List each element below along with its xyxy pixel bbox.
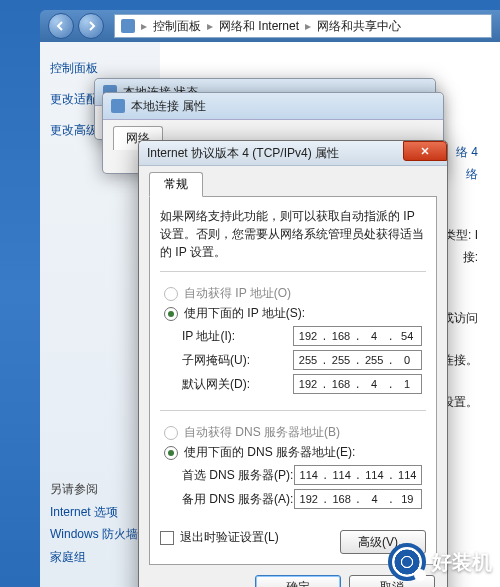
crumb-root[interactable]: 控制面板 <box>153 18 201 35</box>
sidebar-link-firewall[interactable]: Windows 防火墙 <box>50 527 138 541</box>
ip-address-input[interactable]: 192. 168. 4. 54 <box>293 326 422 346</box>
ok-button[interactable]: 确定 <box>255 575 341 587</box>
field-default-gateway: 默认网关(D): 192. 168. 4. 1 <box>182 374 422 394</box>
field-label: 默认网关(D): <box>182 376 285 393</box>
sidebar-link-internet-options[interactable]: Internet 选项 <box>50 505 118 519</box>
forward-button[interactable] <box>78 13 104 39</box>
close-button[interactable] <box>403 141 447 161</box>
field-label: 备用 DNS 服务器(A): <box>182 491 286 508</box>
radio-manual-ip[interactable]: 使用下面的 IP 地址(S): <box>164 305 422 322</box>
alternate-dns-input[interactable]: 192. 168. 4. 19 <box>294 489 422 509</box>
field-alternate-dns: 备用 DNS 服务器(A): 192. 168. 4. 19 <box>182 489 422 509</box>
radio-label: 自动获得 IP 地址(O) <box>184 285 291 302</box>
checkbox-label: 退出时验证设置(L) <box>180 529 279 546</box>
crumb-mid[interactable]: 网络和 Internet <box>219 18 299 35</box>
preferred-dns-input[interactable]: 114. 114. 114. 114 <box>294 465 422 485</box>
checkbox-icon <box>160 531 174 545</box>
field-preferred-dns: 首选 DNS 服务器(P): 114. 114. 114. 114 <box>182 465 422 485</box>
radio-icon <box>164 426 178 440</box>
crumb-leaf[interactable]: 网络和共享中心 <box>317 18 401 35</box>
tab-panel: 如果网络支持此功能，则可以获取自动指派的 IP 设置。否则，您需要从网络系统管理… <box>149 196 437 565</box>
default-gateway-input[interactable]: 192. 168. 4. 1 <box>293 374 422 394</box>
chevron-right-icon: ▸ <box>141 19 147 33</box>
radio-icon <box>164 307 178 321</box>
tab-general[interactable]: 常规 <box>149 172 203 197</box>
field-label: 首选 DNS 服务器(P): <box>182 467 286 484</box>
chevron-right-icon: ▸ <box>305 19 311 33</box>
radio-icon <box>164 446 178 460</box>
radio-label: 使用下面的 DNS 服务器地址(E): <box>184 444 355 461</box>
control-panel-icon <box>121 19 135 33</box>
chevron-right-icon: ▸ <box>207 19 213 33</box>
window-title: 本地连接 属性 <box>131 98 206 115</box>
nav-bar: ▸ 控制面板 ▸ 网络和 Internet ▸ 网络和共享中心 <box>40 10 500 42</box>
ipv4-properties-dialog: Internet 协议版本 4 (TCP/IPv4) 属性 常规 如果网络支持此… <box>138 140 448 587</box>
ip-group: 自动获得 IP 地址(O) 使用下面的 IP 地址(S): IP 地址(I): … <box>160 271 426 404</box>
network-icon <box>111 99 125 113</box>
radio-label: 使用下面的 IP 地址(S): <box>184 305 305 322</box>
radio-manual-dns[interactable]: 使用下面的 DNS 服务器地址(E): <box>164 444 422 461</box>
sidebar-link-home[interactable]: 控制面板 <box>50 60 150 77</box>
watermark: 好装机 <box>388 543 492 581</box>
watermark-text: 好装机 <box>432 549 492 576</box>
sidebar-heading: 另请参阅 <box>50 478 150 501</box>
radio-auto-dns: 自动获得 DNS 服务器地址(B) <box>164 424 422 441</box>
radio-label: 自动获得 DNS 服务器地址(B) <box>184 424 340 441</box>
watermark-logo-icon <box>388 543 426 581</box>
radio-icon <box>164 287 178 301</box>
field-subnet-mask: 子网掩码(U): 255. 255. 255. 0 <box>182 350 422 370</box>
sidebar-footer: 另请参阅 Internet 选项 Windows 防火墙 家庭组 <box>50 478 150 569</box>
window-titlebar[interactable]: 本地连接 属性 <box>103 93 443 120</box>
dialog-title: Internet 协议版本 4 (TCP/IPv4) 属性 <box>147 145 397 162</box>
field-label: IP 地址(I): <box>182 328 285 345</box>
subnet-mask-input[interactable]: 255. 255. 255. 0 <box>293 350 422 370</box>
breadcrumb[interactable]: ▸ 控制面板 ▸ 网络和 Internet ▸ 网络和共享中心 <box>114 14 492 38</box>
dialog-titlebar[interactable]: Internet 协议版本 4 (TCP/IPv4) 属性 <box>139 141 447 166</box>
dialog-description: 如果网络支持此功能，则可以获取自动指派的 IP 设置。否则，您需要从网络系统管理… <box>160 207 426 261</box>
radio-auto-ip[interactable]: 自动获得 IP 地址(O) <box>164 285 422 302</box>
sidebar-link-homegroup[interactable]: 家庭组 <box>50 550 86 564</box>
field-ip-address: IP 地址(I): 192. 168. 4. 54 <box>182 326 422 346</box>
dns-group: 自动获得 DNS 服务器地址(B) 使用下面的 DNS 服务器地址(E): 首选… <box>160 410 426 519</box>
back-button[interactable] <box>48 13 74 39</box>
close-icon <box>420 146 430 156</box>
field-label: 子网掩码(U): <box>182 352 285 369</box>
dialog-body: 常规 如果网络支持此功能，则可以获取自动指派的 IP 设置。否则，您需要从网络系… <box>139 166 447 587</box>
